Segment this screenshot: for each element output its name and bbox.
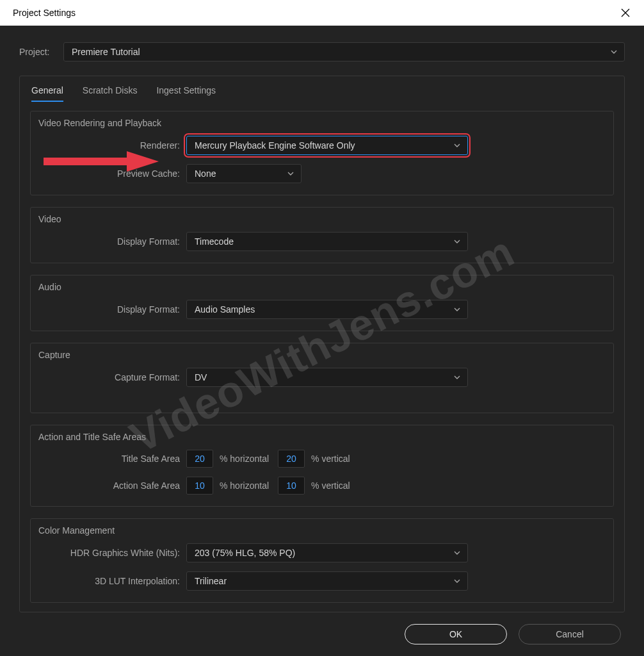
audio-display-row: Display Format: Audio Samples	[42, 300, 602, 319]
preview-cache-select[interactable]: None	[186, 164, 302, 183]
project-select[interactable]: Premiere Tutorial	[63, 42, 625, 62]
legend-color-management: Color Management	[38, 525, 115, 536]
settings-panel: General Scratch Disks Ingest Settings Vi…	[19, 76, 625, 612]
tab-general[interactable]: General	[31, 85, 63, 102]
video-display-value: Timecode	[195, 236, 234, 247]
project-select-value: Premiere Tutorial	[72, 47, 140, 57]
cancel-button[interactable]: Cancel	[519, 624, 621, 644]
chevron-down-icon	[453, 142, 461, 149]
pct-horizontal-label: % horizontal	[213, 480, 278, 491]
preview-cache-label: Preview Cache:	[42, 168, 186, 179]
capture-format-row: Capture Format: DV	[42, 368, 602, 387]
video-display-select[interactable]: Timecode	[186, 232, 468, 251]
fieldset-capture: Capture Capture Format: DV	[30, 343, 614, 413]
chevron-down-icon	[453, 373, 461, 381]
fieldset-video-rendering: Video Rendering and Playback Renderer: M…	[30, 111, 614, 195]
lut-row: 3D LUT Interpolation: Trilinear	[42, 571, 602, 591]
project-label: Project:	[19, 47, 54, 57]
lut-label: 3D LUT Interpolation:	[42, 576, 186, 586]
legend-capture: Capture	[38, 350, 70, 360]
action-safe-row: Action Safe Area 10 % horizontal 10 % ve…	[42, 477, 602, 495]
window-title: Project Settings	[13, 8, 76, 18]
legend-video-rendering: Video Rendering and Playback	[38, 118, 161, 128]
action-safe-h-input[interactable]: 10	[186, 477, 213, 495]
renderer-row: Renderer: Mercury Playback Engine Softwa…	[42, 136, 602, 155]
project-settings-window: Project Settings Project: Premiere Tutor…	[0, 0, 644, 656]
capture-format-value: DV	[195, 372, 207, 382]
pct-vertical-label: % vertical	[305, 480, 359, 491]
audio-display-value: Audio Samples	[195, 304, 255, 315]
video-display-row: Display Format: Timecode	[42, 232, 602, 251]
pct-vertical-label: % vertical	[305, 454, 359, 464]
action-safe-label: Action Safe Area	[42, 480, 186, 491]
capture-format-label: Capture Format:	[42, 372, 186, 382]
preview-cache-row: Preview Cache: None	[42, 164, 602, 183]
tab-ingest-settings[interactable]: Ingest Settings	[156, 85, 216, 102]
title-safe-label: Title Safe Area	[42, 454, 186, 464]
renderer-select[interactable]: Mercury Playback Engine Software Only	[186, 136, 468, 155]
renderer-label: Renderer:	[42, 140, 186, 151]
hdr-white-select[interactable]: 203 (75% HLG, 58% PQ)	[186, 543, 468, 562]
title-safe-v-input[interactable]: 20	[278, 450, 305, 468]
action-safe-v-input[interactable]: 10	[278, 477, 305, 495]
capture-format-select[interactable]: DV	[186, 368, 468, 387]
lut-select[interactable]: Trilinear	[186, 571, 468, 591]
legend-audio: Audio	[38, 282, 61, 292]
tab-scratch-disks[interactable]: Scratch Disks	[83, 85, 138, 102]
preview-cache-value: None	[195, 168, 216, 179]
audio-display-select[interactable]: Audio Samples	[186, 300, 468, 319]
chevron-down-icon	[453, 238, 461, 245]
video-display-label: Display Format:	[42, 236, 186, 247]
chevron-down-icon	[610, 48, 618, 56]
dialog-buttons: OK Cancel	[19, 612, 625, 644]
chevron-down-icon	[287, 170, 294, 177]
hdr-white-label: HDR Graphics White (Nits):	[42, 548, 186, 558]
renderer-value: Mercury Playback Engine Software Only	[195, 140, 355, 151]
fieldset-safe-areas: Action and Title Safe Areas Title Safe A…	[30, 425, 614, 507]
settings-scroll: Video Rendering and Playback Renderer: M…	[20, 108, 624, 612]
fieldset-color-management: Color Management HDR Graphics White (Nit…	[30, 518, 614, 603]
hdr-white-row: HDR Graphics White (Nits): 203 (75% HLG,…	[42, 543, 602, 562]
lut-value: Trilinear	[195, 576, 227, 586]
close-button[interactable]	[620, 7, 631, 19]
ok-button[interactable]: OK	[405, 624, 507, 644]
close-icon	[621, 8, 630, 17]
chevron-down-icon	[453, 549, 461, 557]
title-safe-row: Title Safe Area 20 % horizontal 20 % ver…	[42, 450, 602, 468]
project-selector-row: Project: Premiere Tutorial	[19, 42, 625, 62]
tabs: General Scratch Disks Ingest Settings	[20, 76, 624, 108]
dialog-content: Project: Premiere Tutorial General Scrat…	[0, 26, 644, 656]
titlebar: Project Settings	[0, 0, 644, 26]
pct-horizontal-label: % horizontal	[213, 454, 278, 464]
title-safe-h-input[interactable]: 20	[186, 450, 213, 468]
legend-video: Video	[38, 214, 61, 224]
chevron-down-icon	[453, 306, 461, 313]
fieldset-audio: Audio Display Format: Audio Samples	[30, 275, 614, 331]
audio-display-label: Display Format:	[42, 304, 186, 315]
hdr-white-value: 203 (75% HLG, 58% PQ)	[195, 548, 295, 558]
legend-safe-areas: Action and Title Safe Areas	[38, 432, 146, 442]
fieldset-video: Video Display Format: Timecode	[30, 207, 614, 263]
chevron-down-icon	[453, 577, 461, 585]
